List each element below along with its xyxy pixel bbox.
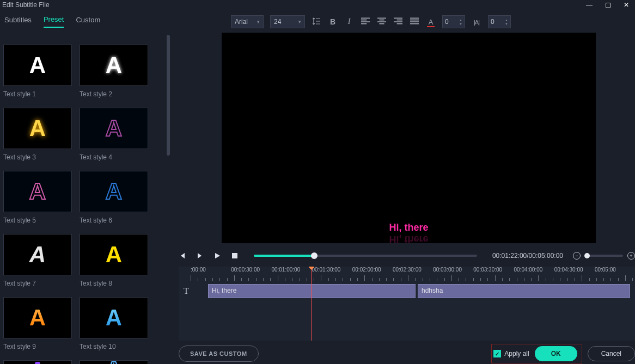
ruler-mark: 00:04:30:00 (554, 267, 595, 273)
preset-item[interactable]: A Text style 3 (3, 108, 72, 161)
preset-item[interactable]: A Text style 5 (3, 171, 72, 224)
value-spinner-2[interactable]: 0 ▲▼ (488, 15, 511, 28)
play-button[interactable] (213, 252, 221, 260)
prev-frame-button[interactable] (179, 252, 186, 260)
preset-sidebar: A Text style 1 A Text style 2 A Text sty… (0, 32, 173, 364)
zoom-handle[interactable] (584, 253, 590, 258)
stop-button[interactable] (231, 252, 239, 260)
size-value: 24 (274, 18, 281, 26)
preset-item[interactable]: A Text style 10 (80, 297, 148, 350)
preset-item[interactable]: A Text style 6 (80, 171, 148, 224)
tab-custom[interactable]: Custom (76, 16, 100, 27)
align-justify-button[interactable] (410, 17, 419, 27)
spinner-arrows[interactable]: ▲▼ (505, 18, 508, 26)
ruler-mark: 00:04:00:00 (514, 267, 554, 273)
zoom-in-button[interactable]: + (627, 252, 635, 260)
ruler-mark: 00:01:30:00 (312, 267, 352, 273)
font-size-dropdown[interactable]: 24 ▾ (270, 15, 305, 28)
window-title: Edit Subtitle File (2, 1, 50, 9)
subtitle-overlay: Hi, there Hi, there (389, 222, 428, 233)
preset-label: Text style 6 (80, 217, 148, 224)
text-color-button[interactable]: A (426, 17, 436, 26)
char-spacing-icon[interactable]: |A| (472, 17, 481, 26)
ruler-mark: 00:03:30:00 (473, 267, 514, 273)
align-left-button[interactable] (361, 17, 370, 27)
zoom-out-button[interactable]: − (573, 252, 581, 260)
preset-label: Text style 5 (3, 217, 72, 224)
zoom-slider[interactable] (585, 255, 623, 257)
tab-preset[interactable]: Preset (44, 15, 64, 28)
chevron-down-icon: ▾ (298, 19, 301, 24)
subtitle-track[interactable]: Hi, there hdhsha (208, 284, 635, 298)
save-as-custom-button[interactable]: SAVE AS CUSTOM (179, 346, 259, 362)
spinner-value: 0 (491, 18, 505, 26)
progress-handle[interactable] (311, 252, 318, 259)
sidebar-scrollbar[interactable] (167, 35, 170, 156)
line-height-icon[interactable] (312, 17, 321, 27)
font-dropdown[interactable]: Arial ▾ (231, 15, 264, 28)
preset-item[interactable]: A Text style 1 (3, 45, 72, 98)
font-value: Arial (235, 18, 248, 26)
minimize-button[interactable]: — (585, 1, 594, 9)
apply-all-label: Apply all (504, 350, 529, 357)
playhead[interactable] (312, 267, 312, 341)
preset-item[interactable]: A Text style 4 (80, 108, 148, 161)
time-display: 00:01:22:00/00:05:00:00 (492, 252, 563, 260)
align-center-button[interactable] (377, 17, 387, 27)
preset-item[interactable]: A Text style 2 (80, 45, 148, 98)
next-frame-button[interactable] (196, 252, 204, 260)
preset-label: Text style 7 (3, 280, 72, 287)
subtitle-text: Hi, there (389, 222, 428, 233)
bottom-bar: SAVE AS CUSTOM ✓ Apply all OK Cancel (179, 343, 635, 364)
subtitle-reflection: Hi, there (389, 233, 428, 245)
preset-item[interactable]: A Text style 9 (3, 297, 72, 350)
align-right-button[interactable] (393, 17, 403, 27)
preset-item[interactable]: A (80, 360, 148, 364)
apply-all-checkbox[interactable]: ✓ Apply all (493, 350, 529, 357)
timeline: :00:00 00:00:30:00 00:01:00:00 00:01:30:… (179, 267, 635, 341)
subtitle-clip[interactable]: hdhsha (418, 284, 630, 298)
preset-label: Text style 1 (3, 90, 72, 98)
italic-button[interactable]: I (344, 17, 354, 26)
playback-bar: 00:01:22:00/00:05:00:00 − + (179, 248, 635, 264)
text-track-icon: T (180, 285, 192, 297)
preset-item[interactable]: A (3, 360, 72, 364)
spinner-arrows[interactable]: ▲▼ (459, 18, 462, 26)
chevron-down-icon: ▾ (257, 19, 260, 24)
timeline-ruler[interactable]: :00:00 00:00:30:00 00:01:00:00 00:01:30:… (191, 267, 635, 282)
preset-label: Text style 4 (80, 153, 148, 161)
title-bar: Edit Subtitle File — ▢ ✕ (0, 0, 635, 10)
preset-label: Text style 3 (3, 153, 72, 161)
bold-button[interactable]: B (328, 17, 338, 26)
window-controls: — ▢ ✕ (585, 1, 635, 9)
ruler-mark: 00:00:30:00 (231, 267, 271, 273)
ruler-mark: :00:00 (191, 267, 231, 273)
close-button[interactable]: ✕ (622, 1, 631, 9)
progress-fill (254, 255, 314, 257)
preset-label: Text style 10 (80, 343, 148, 350)
preset-label: Text style 2 (80, 90, 148, 98)
svg-rect-0 (232, 253, 237, 258)
apply-all-highlight: ✓ Apply all OK (491, 344, 582, 363)
preset-label: Text style 9 (3, 343, 72, 350)
preset-item[interactable]: A Text style 8 (80, 234, 148, 287)
tab-subtitles[interactable]: Subtitles (4, 16, 32, 27)
value-spinner-1[interactable]: 0 ▲▼ (442, 15, 465, 28)
preset-label: Text style 8 (80, 280, 148, 287)
check-icon: ✓ (493, 350, 501, 357)
ruler-mark: 00:03:00:00 (433, 267, 473, 273)
progress-slider[interactable] (254, 255, 477, 257)
ok-button[interactable]: OK (535, 346, 577, 361)
ruler-mark: 00:02:30:00 (393, 267, 433, 273)
video-preview[interactable]: Hi, there Hi, there (222, 33, 596, 243)
maximize-button[interactable]: ▢ (603, 1, 612, 9)
spinner-value: 0 (445, 18, 459, 26)
ruler-mark: 00:01:00:00 (271, 267, 312, 273)
ruler-mark: 00:02:00:00 (352, 267, 393, 273)
preset-item[interactable]: A Text style 7 (3, 234, 72, 287)
ruler-mark: 00:05:00 (595, 267, 635, 273)
cancel-button[interactable]: Cancel (588, 346, 635, 361)
text-toolbar: Arial ▾ 24 ▾ B I A 0 ▲▼ |A| 0 ▲▼ (231, 15, 511, 28)
